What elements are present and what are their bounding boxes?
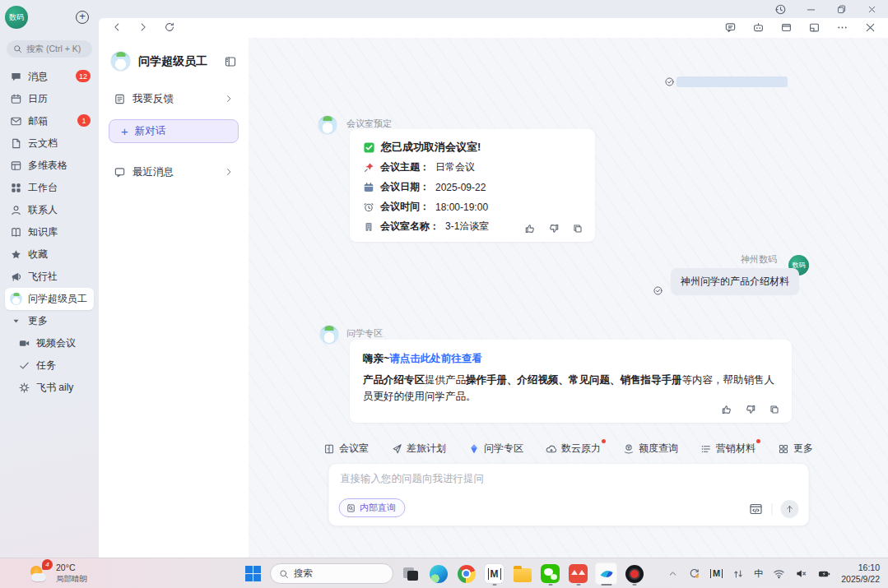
copy-icon[interactable]: [572, 223, 583, 234]
feedback-doc-icon: [114, 93, 126, 105]
main-sidebar: 数码 + 搜索 (Ctrl + K) 消息 12 日历 邮箱 1: [0, 0, 99, 558]
sidebar-item-wenxue-assistant[interactable]: 问学超级员工: [5, 288, 94, 310]
weather-desc: 局部晴朗: [56, 574, 87, 584]
message-input[interactable]: [340, 472, 793, 500]
chip-marketing-material[interactable]: 营销材料: [700, 442, 755, 456]
minimize-icon[interactable]: [804, 2, 817, 16]
layout-icon[interactable]: [808, 21, 821, 34]
thumbs-up-icon[interactable]: [524, 223, 536, 234]
restore-icon[interactable]: [835, 2, 848, 16]
notification-dot: [602, 439, 606, 443]
internal-query-chip[interactable]: 内部直询: [338, 498, 405, 517]
sidebar-item-calendar[interactable]: 日历: [5, 88, 94, 110]
add-button[interactable]: +: [76, 11, 89, 24]
m-app[interactable]: M: [483, 563, 505, 585]
m-tray-icon[interactable]: M: [710, 569, 723, 578]
chip-more[interactable]: 更多: [778, 442, 813, 456]
redcat-app[interactable]: [567, 563, 589, 585]
thumbs-down-icon[interactable]: [548, 223, 560, 234]
sidebar-item-tasks[interactable]: 任务: [5, 354, 94, 377]
bot-avatar: [318, 115, 337, 135]
plane-icon: [391, 443, 402, 455]
sidebar-item-contacts[interactable]: 联系人: [5, 199, 94, 221]
sidebar-item-messages[interactable]: 消息 12: [5, 66, 94, 88]
thumbs-down-icon[interactable]: [745, 404, 756, 415]
feishu-app[interactable]: [595, 563, 617, 585]
chip-shuyun-power[interactable]: 数云原力: [546, 442, 601, 456]
history-icon[interactable]: [774, 2, 787, 16]
sidebar-item-base[interactable]: 多维表格: [5, 155, 94, 177]
volume-muted-icon[interactable]: [795, 567, 807, 580]
edge-app[interactable]: [427, 563, 449, 585]
recent-messages-item[interactable]: 最近消息: [109, 158, 239, 186]
taskbar-search-input[interactable]: 搜索: [270, 563, 393, 584]
sidebar-item-video-meeting[interactable]: 视频会议: [5, 332, 94, 354]
forward-icon[interactable]: [137, 21, 149, 33]
calendar-icon: [363, 182, 374, 193]
recent-chat-icon: [114, 166, 126, 178]
bot-avatar-icon: [10, 293, 22, 305]
start-button[interactable]: [242, 563, 264, 585]
battery-icon[interactable]: [817, 567, 831, 580]
feishu-icon: [598, 566, 615, 582]
weather-widget[interactable]: 4 20°C 局部晴朗: [30, 563, 87, 584]
chip-quota-query[interactable]: 额度查询: [623, 442, 678, 456]
user-avatar[interactable]: 数码: [5, 6, 28, 29]
send-button[interactable]: [780, 500, 798, 518]
copy-icon[interactable]: [769, 404, 780, 415]
wifi-icon[interactable]: [773, 567, 785, 580]
comment-icon[interactable]: [724, 21, 737, 34]
close-icon[interactable]: [864, 21, 876, 34]
chip-meeting-room[interactable]: 会议室: [323, 442, 369, 456]
back-icon[interactable]: [111, 21, 123, 33]
sidebar-item-mail[interactable]: 邮箱 1: [5, 110, 94, 132]
tray-expand-icon[interactable]: [667, 568, 678, 579]
user-message-bubble: 神州问学的产品介绍材料: [671, 268, 799, 295]
file-explorer-app[interactable]: [511, 563, 533, 585]
close-window-icon[interactable]: [865, 2, 878, 16]
ime-indicator[interactable]: 中: [754, 567, 763, 580]
task-view-icon: [403, 567, 418, 581]
window-icon[interactable]: [780, 21, 793, 34]
door-icon: [323, 443, 335, 455]
task-view-button[interactable]: [399, 563, 421, 585]
recorder-app[interactable]: [623, 563, 645, 585]
sidebar-item-flight-club[interactable]: 飞行社: [5, 266, 94, 288]
shortcut-chips-row: 会议室 差旅计划 问学专区 数云原力 额度查询: [249, 442, 888, 456]
more-icon[interactable]: [836, 21, 848, 34]
weather-icon: 4: [30, 563, 50, 583]
quick-command-icon[interactable]: [748, 502, 763, 516]
chip-wenxue-zone[interactable]: 问学专区: [468, 442, 523, 456]
sidebar-item-aily[interactable]: 飞书 aily: [5, 377, 94, 399]
sidebar-item-knowledge[interactable]: 知识库: [5, 221, 94, 243]
thumbs-up-icon[interactable]: [721, 404, 732, 415]
chrome-app[interactable]: [455, 563, 477, 585]
sender-name: 问学专区: [346, 327, 383, 340]
robot-icon[interactable]: [752, 21, 765, 34]
chip-travel-plan[interactable]: 差旅计划: [391, 442, 446, 456]
content-area: 问学超级员工 我要反馈 + 新对话 最近消息: [99, 18, 888, 558]
promo-link[interactable]: 请点击此处前往查看: [389, 353, 482, 364]
sidebar-item-workbench[interactable]: 工作台: [5, 177, 94, 199]
sidebar-item-favorites[interactable]: 收藏: [5, 243, 94, 266]
wechat-app[interactable]: [539, 563, 561, 585]
weather-badge: 4: [42, 559, 53, 570]
switch-arrows-icon[interactable]: [732, 568, 744, 580]
feedback-item[interactable]: 我要反馈: [109, 85, 239, 113]
refresh-icon[interactable]: [164, 21, 175, 33]
taskbar-clock[interactable]: 16:10 2025/9/22: [841, 563, 880, 585]
app-window: 数码 + 搜索 (Ctrl + K) 消息 12 日历 邮箱 1: [0, 0, 888, 558]
global-search-input[interactable]: 搜索 (Ctrl + K): [7, 40, 92, 58]
alarm-clock-icon: [363, 201, 374, 213]
nav-strip: [99, 18, 888, 38]
sidebar-item-more[interactable]: 更多: [5, 310, 94, 332]
collapse-panel-icon[interactable]: [224, 55, 237, 68]
meeting-card: 您已成功取消会议室! 会议主题：日常会议 会议日期：2025-09-22 会议时…: [350, 129, 595, 242]
new-chat-button[interactable]: + 新对话: [109, 119, 239, 143]
check-icon: [18, 359, 30, 372]
sidebar-item-docs[interactable]: 云文档: [5, 132, 94, 155]
clock-date: 2025/9/22: [841, 574, 880, 586]
clock-time: 16:10: [841, 563, 880, 574]
grid-icon: [10, 182, 22, 194]
sync-icon[interactable]: [688, 567, 700, 580]
